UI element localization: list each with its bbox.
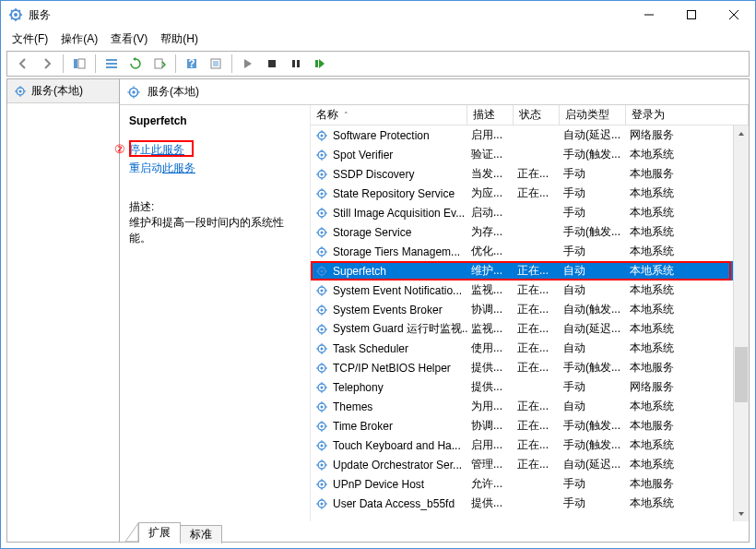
cell-logon: 本地服务: [626, 476, 733, 492]
svg-rect-28: [297, 60, 300, 67]
properties-button[interactable]: [205, 54, 227, 74]
cell-logon: 本地系统: [626, 224, 733, 240]
col-header-status[interactable]: 状态: [514, 105, 560, 125]
service-row[interactable]: Still Image Acquisition Ev...启动...手动本地系统: [311, 203, 733, 222]
cell-desc: 协调...: [467, 418, 514, 434]
svg-point-139: [321, 444, 324, 447]
svg-rect-14: [74, 59, 77, 68]
cell-name: UPnP Device Host: [311, 477, 467, 492]
col-header-startup[interactable]: 启动类型: [560, 105, 626, 125]
cell-logon: 本地系统: [626, 399, 733, 414]
service-row[interactable]: System Guard 运行时监视...监视...正在...自动(延迟...本…: [311, 319, 733, 339]
svg-point-121: [321, 386, 324, 388]
col-header-desc[interactable]: 描述: [467, 105, 514, 125]
cell-desc: 验证...: [467, 147, 514, 162]
svg-point-61: [321, 192, 324, 195]
service-row[interactable]: System Events Broker协调...正在...自动(触发...本地…: [311, 300, 733, 319]
service-row[interactable]: Superfetch维护...正在...自动本地系统: [311, 261, 733, 280]
svg-rect-18: [106, 66, 117, 68]
service-row[interactable]: Task Scheduler使用...正在...自动本地系统: [311, 339, 733, 358]
cell-status: 正在...: [514, 321, 560, 337]
vertical-scrollbar[interactable]: [733, 125, 749, 521]
back-button[interactable]: [12, 54, 34, 74]
service-row[interactable]: Storage Service为存...手动(触发...本地系统: [311, 222, 733, 242]
tree-item-services-local[interactable]: 服务(本地): [7, 79, 119, 103]
scrollbar-thumb[interactable]: [735, 347, 748, 402]
cell-name: User Data Access_b55fd: [311, 496, 467, 511]
cell-logon: 本地系统: [626, 437, 733, 453]
svg-rect-15: [78, 59, 85, 68]
export-list-button[interactable]: [148, 54, 171, 74]
cell-startup: 自动(延迟...: [560, 127, 626, 143]
tab-extended[interactable]: 扩展: [138, 522, 181, 543]
forward-button[interactable]: [36, 54, 58, 74]
svg-rect-11: [688, 11, 696, 19]
svg-point-157: [321, 502, 324, 505]
cell-logon: 本地服务: [626, 166, 733, 182]
sort-indicator-icon: ˄: [344, 111, 348, 120]
start-service-button[interactable]: [237, 54, 259, 74]
pane-header: 服务(本地): [120, 79, 749, 105]
restart-service-link[interactable]: 重启动此服务: [129, 159, 301, 177]
cell-logon: 本地系统: [626, 340, 733, 356]
list-rows[interactable]: ① Software Protection启用...自动(延迟...网络服务Sp…: [311, 125, 733, 521]
stop-service-link[interactable]: 停止此服务: [129, 140, 301, 159]
cell-startup: 手动: [560, 476, 626, 492]
cell-desc: 启用...: [467, 437, 514, 453]
cell-status: 正在...: [514, 302, 560, 317]
service-row[interactable]: Telephony提供...手动网络服务: [311, 377, 733, 397]
menu-file[interactable]: 文件(F): [6, 30, 53, 49]
service-row[interactable]: System Event Notificatio...监视...正在...自动本…: [311, 280, 733, 300]
service-row[interactable]: Touch Keyboard and Ha...启用...正在...手动(触发.…: [311, 436, 733, 455]
menu-help[interactable]: 帮助(H): [155, 30, 204, 49]
menu-action[interactable]: 操作(A): [55, 30, 103, 49]
cell-startup: 手动: [560, 205, 626, 221]
close-button[interactable]: [713, 1, 755, 29]
service-row[interactable]: Themes为用...正在...自动本地系统: [311, 397, 733, 416]
stop-service-button[interactable]: [261, 54, 283, 74]
titlebar[interactable]: 服务: [1, 1, 755, 29]
right-pane: 服务(本地) Superfetch ② 停止此服务 重启动此服务 描述: 维护和…: [120, 79, 749, 542]
cell-logon: 本地系统: [626, 282, 733, 298]
minimize-button[interactable]: [628, 1, 670, 29]
show-hide-tree-button[interactable]: [68, 54, 90, 74]
svg-line-8: [11, 18, 13, 20]
col-header-logon[interactable]: 登录为: [626, 105, 749, 125]
cell-status: 正在...: [514, 263, 560, 279]
service-row[interactable]: UPnP Device Host允许...手动本地服务: [311, 474, 733, 494]
service-row[interactable]: TCP/IP NetBIOS Helper提供...正在...手动(触发...本…: [311, 358, 733, 377]
col-header-name[interactable]: 名称˄: [311, 105, 467, 125]
svg-point-103: [321, 328, 324, 330]
cell-name: Telephony: [311, 380, 467, 395]
service-row[interactable]: User Data Access_b55fd提供...手动本地系统: [311, 494, 733, 513]
cell-name: State Repository Service: [311, 186, 467, 201]
cell-startup: 自动(延迟...: [560, 321, 626, 337]
tab-diagonal: [125, 521, 138, 542]
service-row[interactable]: Spot Verifier验证...手动(触发...本地系统: [311, 145, 733, 164]
service-row[interactable]: Update Orchestrator Ser...管理...正在...自动(延…: [311, 455, 733, 474]
maximize-button[interactable]: [670, 1, 713, 29]
help-button[interactable]: ?: [181, 54, 203, 74]
service-row[interactable]: Time Broker协调...正在...手动(触发...本地服务: [311, 416, 733, 436]
refresh-button[interactable]: [124, 54, 147, 74]
scroll-up-button[interactable]: [734, 125, 749, 141]
menu-view[interactable]: 查看(V): [105, 30, 153, 49]
svg-point-97: [321, 308, 324, 311]
tab-standard[interactable]: 标准: [180, 525, 222, 543]
svg-point-31: [19, 90, 22, 92]
tree-item-label: 服务(本地): [31, 83, 83, 99]
cell-logon: 本地系统: [626, 321, 733, 337]
cell-startup: 自动(延迟...: [560, 457, 626, 472]
gear-icon: [13, 84, 28, 99]
scroll-down-button[interactable]: [734, 506, 749, 521]
service-row[interactable]: SSDP Discovery当发...正在...手动本地服务: [311, 164, 733, 184]
restart-service-button[interactable]: [309, 54, 331, 74]
svg-point-115: [321, 366, 324, 369]
pause-service-button[interactable]: [285, 54, 307, 74]
details-view-button[interactable]: [100, 54, 123, 74]
service-row[interactable]: Software Protection启用...自动(延迟...网络服务: [311, 125, 733, 145]
cell-logon: 本地系统: [626, 185, 733, 201]
service-row[interactable]: Storage Tiers Managem...优化...手动本地系统: [311, 242, 733, 261]
service-row[interactable]: State Repository Service为应...正在...手动本地系统: [311, 184, 733, 203]
svg-point-127: [321, 405, 324, 408]
